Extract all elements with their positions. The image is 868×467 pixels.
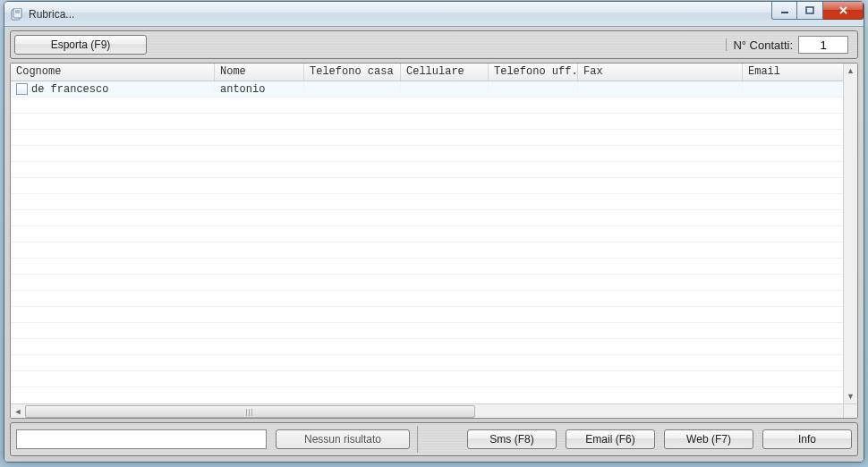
search-input[interactable] [16,429,267,449]
bottom-toolbar: Nessun risultato Sms (F8) Email (F6) Web… [10,422,858,456]
toolbar-separator [726,38,728,51]
cell-cellulare [401,81,489,97]
table-body: de francesco antonio [11,81,857,403]
cell-tel-uff [489,81,578,97]
minimize-button[interactable] [771,2,797,20]
bottom-separator [417,426,419,453]
cell-fax [578,81,743,97]
close-button[interactable] [823,2,864,20]
window: Rubrica... Esporta (F9) N° Contatti: 1 [4,1,864,463]
contact-count-label: N° Contatti: [733,38,793,52]
table-header-row: Cognome Nome Telefono casa Cellulare Tel… [11,64,857,81]
horizontal-scroll-thumb[interactable] [25,405,475,418]
table-row[interactable]: de francesco antonio [11,81,857,98]
contact-count-value: 1 [798,36,848,54]
cell-cognome: de francesco [11,81,215,97]
col-telefono-casa[interactable]: Telefono casa [304,64,401,81]
col-telefono-uff[interactable]: Telefono uff. [489,64,578,81]
app-icon [10,7,24,21]
col-cognome[interactable]: Cognome [11,64,215,81]
col-email[interactable]: Email [743,64,850,81]
svg-rect-5 [806,7,813,13]
col-fax[interactable]: Fax [578,64,743,81]
scroll-down-icon[interactable]: ▼ [844,389,857,403]
email-button[interactable]: Email (F6) [566,429,655,449]
scroll-left-icon[interactable]: ◄ [11,404,25,419]
scroll-up-icon[interactable]: ▲ [844,64,857,78]
maximize-button[interactable] [797,2,823,20]
info-button[interactable]: Info [762,429,852,449]
vertical-scrollbar[interactable]: ▲ ▼ [843,64,857,403]
search-status-button[interactable]: Nessun risultato [276,429,410,449]
web-button[interactable]: Web (F7) [664,429,753,449]
content-area: Esporta (F9) N° Contatti: 1 Cognome Nome… [4,27,864,462]
top-toolbar: Esporta (F9) N° Contatti: 1 [10,30,858,59]
col-nome[interactable]: Nome [215,64,304,81]
window-controls [771,2,864,20]
col-cellulare[interactable]: Cellulare [401,64,489,81]
cell-cognome-text: de francesco [31,83,108,96]
titlebar[interactable]: Rubrica... [4,2,864,27]
contacts-table: Cognome Nome Telefono casa Cellulare Tel… [10,63,858,419]
sms-button[interactable]: Sms (F8) [467,429,557,449]
cell-email [743,81,850,97]
cell-nome: antonio [215,81,304,97]
window-title: Rubrica... [29,8,74,21]
horizontal-scrollbar[interactable]: ◄ ► [11,403,857,418]
cell-tel-casa [304,81,401,97]
scroll-corner [843,403,857,418]
export-button[interactable]: Esporta (F9) [14,35,147,55]
row-checkbox[interactable] [16,83,28,95]
